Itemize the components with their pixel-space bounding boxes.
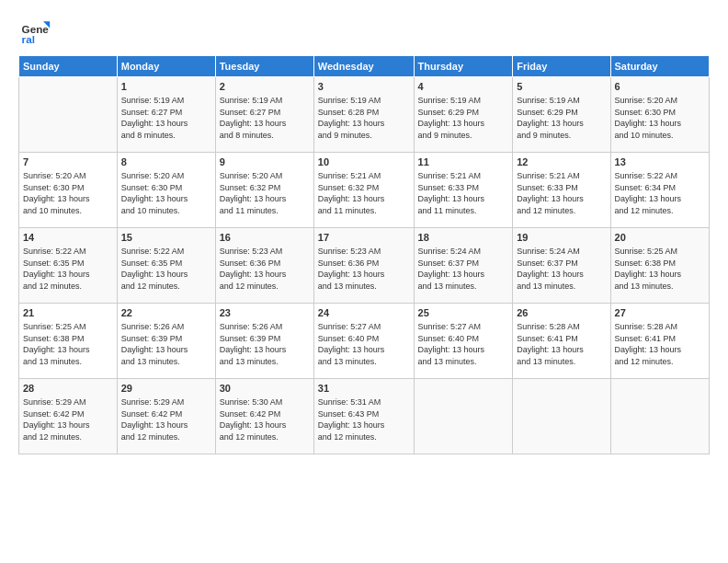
day-number: 24 [318, 306, 410, 320]
day-number: 27 [615, 306, 705, 320]
day-info: Sunrise: 5:20 AM Sunset: 6:32 PM Dayligh… [220, 171, 287, 215]
day-info: Sunrise: 5:26 AM Sunset: 6:39 PM Dayligh… [220, 322, 287, 366]
day-info: Sunrise: 5:19 AM Sunset: 6:29 PM Dayligh… [517, 96, 584, 140]
calendar-cell: 1Sunrise: 5:19 AM Sunset: 6:27 PM Daylig… [117, 77, 215, 153]
day-number: 25 [418, 306, 509, 320]
calendar-week-row: 21Sunrise: 5:25 AM Sunset: 6:38 PM Dayli… [19, 304, 710, 379]
calendar-cell: 30Sunrise: 5:30 AM Sunset: 6:42 PM Dayli… [215, 379, 313, 454]
day-info: Sunrise: 5:21 AM Sunset: 6:32 PM Dayligh… [318, 171, 385, 215]
calendar-cell: 3Sunrise: 5:19 AM Sunset: 6:28 PM Daylig… [313, 77, 414, 153]
day-number: 8 [121, 155, 211, 169]
day-info: Sunrise: 5:21 AM Sunset: 6:33 PM Dayligh… [517, 171, 584, 215]
day-info: Sunrise: 5:27 AM Sunset: 6:40 PM Dayligh… [318, 322, 385, 366]
day-number: 14 [23, 231, 113, 245]
day-number: 7 [23, 155, 113, 169]
day-number: 15 [121, 231, 211, 245]
calendar-week-row: 14Sunrise: 5:22 AM Sunset: 6:35 PM Dayli… [19, 228, 710, 304]
day-info: Sunrise: 5:23 AM Sunset: 6:36 PM Dayligh… [318, 247, 385, 291]
day-info: Sunrise: 5:20 AM Sunset: 6:30 PM Dayligh… [23, 171, 90, 215]
day-number: 26 [517, 306, 606, 320]
day-number: 30 [220, 382, 310, 396]
calendar-cell: 25Sunrise: 5:27 AM Sunset: 6:40 PM Dayli… [414, 304, 513, 379]
day-of-week-header: Sunday [19, 56, 118, 77]
calendar-cell: 8Sunrise: 5:20 AM Sunset: 6:30 PM Daylig… [117, 153, 215, 228]
day-info: Sunrise: 5:22 AM Sunset: 6:35 PM Dayligh… [23, 247, 90, 291]
calendar-cell: 13Sunrise: 5:22 AM Sunset: 6:34 PM Dayli… [610, 153, 709, 228]
day-info: Sunrise: 5:26 AM Sunset: 6:39 PM Dayligh… [121, 322, 188, 366]
day-info: Sunrise: 5:30 AM Sunset: 6:42 PM Dayligh… [220, 397, 287, 442]
calendar-cell [414, 379, 513, 454]
day-of-week-header: Monday [117, 56, 215, 77]
day-number: 12 [517, 155, 606, 169]
day-number: 20 [615, 231, 705, 245]
calendar-week-row: 7Sunrise: 5:20 AM Sunset: 6:30 PM Daylig… [19, 153, 710, 228]
day-number: 10 [318, 155, 410, 169]
day-info: Sunrise: 5:19 AM Sunset: 6:27 PM Dayligh… [220, 96, 287, 140]
day-number: 4 [418, 80, 509, 94]
calendar-cell: 28Sunrise: 5:29 AM Sunset: 6:42 PM Dayli… [19, 379, 118, 454]
calendar-cell: 4Sunrise: 5:19 AM Sunset: 6:29 PM Daylig… [414, 77, 513, 153]
day-info: Sunrise: 5:29 AM Sunset: 6:42 PM Dayligh… [121, 397, 188, 442]
day-info: Sunrise: 5:23 AM Sunset: 6:36 PM Dayligh… [220, 247, 287, 291]
calendar-cell: 11Sunrise: 5:21 AM Sunset: 6:33 PM Dayli… [414, 153, 513, 228]
day-of-week-header: Thursday [414, 56, 513, 77]
calendar-cell: 12Sunrise: 5:21 AM Sunset: 6:33 PM Dayli… [513, 153, 610, 228]
calendar-cell: 24Sunrise: 5:27 AM Sunset: 6:40 PM Dayli… [313, 304, 414, 379]
calendar-cell: 9Sunrise: 5:20 AM Sunset: 6:32 PM Daylig… [215, 153, 313, 228]
day-info: Sunrise: 5:29 AM Sunset: 6:42 PM Dayligh… [23, 397, 90, 442]
day-number: 9 [220, 155, 310, 169]
svg-text:ral: ral [22, 33, 35, 45]
calendar-cell: 20Sunrise: 5:25 AM Sunset: 6:38 PM Dayli… [610, 228, 709, 304]
calendar-cell: 14Sunrise: 5:22 AM Sunset: 6:35 PM Dayli… [19, 228, 118, 304]
day-number: 17 [318, 231, 410, 245]
day-info: Sunrise: 5:25 AM Sunset: 6:38 PM Dayligh… [615, 247, 682, 291]
day-number: 23 [220, 306, 310, 320]
day-number: 18 [418, 231, 509, 245]
day-info: Sunrise: 5:22 AM Sunset: 6:35 PM Dayligh… [121, 247, 188, 291]
calendar-cell: 23Sunrise: 5:26 AM Sunset: 6:39 PM Dayli… [215, 304, 313, 379]
day-number: 21 [23, 306, 113, 320]
calendar-header: SundayMondayTuesdayWednesdayThursdayFrid… [19, 56, 710, 77]
day-info: Sunrise: 5:19 AM Sunset: 6:27 PM Dayligh… [121, 96, 188, 140]
day-number: 28 [23, 382, 113, 396]
calendar-cell: 15Sunrise: 5:22 AM Sunset: 6:35 PM Dayli… [117, 228, 215, 304]
calendar-cell: 19Sunrise: 5:24 AM Sunset: 6:37 PM Dayli… [513, 228, 610, 304]
calendar-cell [513, 379, 610, 454]
page: Gene ral SundayMondayTuesdayWednesdayThu… [0, 0, 728, 563]
calendar-cell: 2Sunrise: 5:19 AM Sunset: 6:27 PM Daylig… [215, 77, 313, 153]
calendar-cell: 17Sunrise: 5:23 AM Sunset: 6:36 PM Dayli… [313, 228, 414, 304]
day-number: 6 [615, 80, 705, 94]
day-info: Sunrise: 5:20 AM Sunset: 6:30 PM Dayligh… [121, 171, 188, 215]
calendar-cell [610, 379, 709, 454]
logo: Gene ral [18, 15, 53, 48]
day-number: 1 [121, 80, 211, 94]
day-number: 11 [418, 155, 509, 169]
calendar-cell: 22Sunrise: 5:26 AM Sunset: 6:39 PM Dayli… [117, 304, 215, 379]
day-info: Sunrise: 5:25 AM Sunset: 6:38 PM Dayligh… [23, 322, 90, 366]
calendar-cell: 26Sunrise: 5:28 AM Sunset: 6:41 PM Dayli… [513, 304, 610, 379]
day-info: Sunrise: 5:31 AM Sunset: 6:43 PM Dayligh… [318, 397, 385, 442]
day-number: 13 [615, 155, 705, 169]
calendar-cell [19, 77, 118, 153]
calendar-body: 1Sunrise: 5:19 AM Sunset: 6:27 PM Daylig… [19, 77, 710, 454]
calendar-cell: 10Sunrise: 5:21 AM Sunset: 6:32 PM Dayli… [313, 153, 414, 228]
day-number: 19 [517, 231, 606, 245]
calendar-cell: 16Sunrise: 5:23 AM Sunset: 6:36 PM Dayli… [215, 228, 313, 304]
calendar: SundayMondayTuesdayWednesdayThursdayFrid… [18, 55, 710, 454]
logo-icon: Gene ral [18, 15, 51, 48]
calendar-cell: 29Sunrise: 5:29 AM Sunset: 6:42 PM Dayli… [117, 379, 215, 454]
day-number: 5 [517, 80, 606, 94]
calendar-cell: 5Sunrise: 5:19 AM Sunset: 6:29 PM Daylig… [513, 77, 610, 153]
calendar-week-row: 1Sunrise: 5:19 AM Sunset: 6:27 PM Daylig… [19, 77, 710, 153]
day-of-week-header: Saturday [610, 56, 709, 77]
day-of-week-header: Wednesday [313, 56, 414, 77]
day-info: Sunrise: 5:28 AM Sunset: 6:41 PM Dayligh… [615, 322, 682, 366]
day-info: Sunrise: 5:24 AM Sunset: 6:37 PM Dayligh… [418, 247, 485, 291]
day-number: 29 [121, 382, 211, 396]
calendar-cell: 6Sunrise: 5:20 AM Sunset: 6:30 PM Daylig… [610, 77, 709, 153]
day-info: Sunrise: 5:19 AM Sunset: 6:29 PM Dayligh… [418, 96, 485, 140]
calendar-cell: 18Sunrise: 5:24 AM Sunset: 6:37 PM Dayli… [414, 228, 513, 304]
header-row: SundayMondayTuesdayWednesdayThursdayFrid… [19, 56, 710, 77]
day-info: Sunrise: 5:27 AM Sunset: 6:40 PM Dayligh… [418, 322, 485, 366]
day-of-week-header: Friday [513, 56, 610, 77]
